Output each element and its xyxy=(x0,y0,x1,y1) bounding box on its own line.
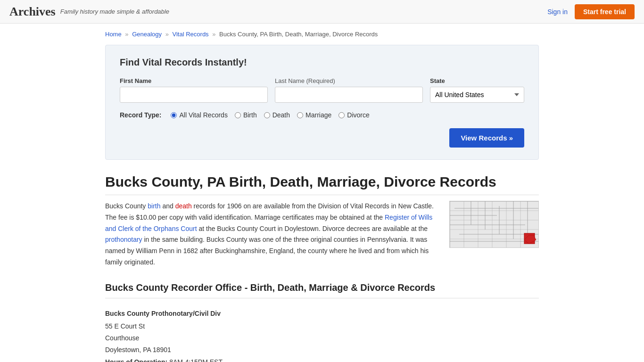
pa-map xyxy=(449,201,539,248)
office-hours: Hours of Operation: 8AM-4:15PM EST xyxy=(105,356,539,362)
breadcrumb-vital-records[interactable]: Vital Records xyxy=(173,31,209,38)
search-title: Find Vital Records Instantly! xyxy=(120,57,524,68)
radio-birth[interactable]: Birth xyxy=(235,111,257,119)
breadcrumb-genealogy[interactable]: Genealogy xyxy=(132,31,162,38)
sign-in-link[interactable]: Sign in xyxy=(547,8,568,16)
register-wills-link[interactable]: Register of Wills and Clerk of the Orpha… xyxy=(105,214,432,232)
record-type-label: Record Type: xyxy=(120,111,161,119)
death-link[interactable]: death xyxy=(175,202,192,210)
search-actions: View Records » xyxy=(120,128,524,148)
record-type-options: All Vital Records Birth Death Marriage D… xyxy=(171,111,369,119)
breadcrumb-sep-3: » xyxy=(212,31,215,38)
birth-link[interactable]: birth xyxy=(148,202,160,210)
header-left: Archives Family history made simple & af… xyxy=(9,5,169,19)
hours-label: Hours of Operation: xyxy=(105,358,167,362)
pa-map-svg xyxy=(450,201,539,248)
view-records-button[interactable]: View Records » xyxy=(449,128,524,148)
recorder-section-title: Bucks County Recorder Office - Birth, De… xyxy=(105,282,539,298)
radio-birth-label: Birth xyxy=(243,111,257,119)
office-name: Bucks County Prothonotary/Civil Div xyxy=(105,308,539,320)
radio-death[interactable]: Death xyxy=(264,111,290,119)
first-name-group: First Name xyxy=(120,77,268,103)
breadcrumb: Home » Genealogy » Vital Records » Bucks… xyxy=(105,31,539,38)
radio-all-vital[interactable]: All Vital Records xyxy=(171,111,227,119)
last-name-input[interactable] xyxy=(275,87,423,103)
radio-divorce-label: Divorce xyxy=(347,111,369,119)
office-city-state-zip: Doylestown, PA 18901 xyxy=(105,344,539,356)
main-content: Home » Genealogy » Vital Records » Bucks… xyxy=(96,24,548,362)
radio-divorce[interactable]: Divorce xyxy=(339,111,369,119)
search-box: Find Vital Records Instantly! First Name… xyxy=(105,45,539,160)
site-logo: Archives xyxy=(9,5,56,19)
last-name-label: Last Name (Required) xyxy=(275,77,423,84)
recorder-section: Bucks County Recorder Office - Birth, De… xyxy=(105,282,539,362)
radio-death-input[interactable] xyxy=(264,112,270,118)
search-fields: First Name Last Name (Required) State Al… xyxy=(120,77,524,103)
last-name-group: Last Name (Required) xyxy=(275,77,423,103)
record-type-row: Record Type: All Vital Records Birth Dea… xyxy=(120,111,524,119)
radio-marriage[interactable]: Marriage xyxy=(297,111,331,119)
radio-marriage-input[interactable] xyxy=(297,112,303,118)
office-info: Bucks County Prothonotary/Civil Div 55 E… xyxy=(105,308,539,362)
prothonotary-link[interactable]: prothonotary xyxy=(105,236,142,243)
description-text: Bucks County birth and death records for… xyxy=(105,201,440,268)
breadcrumb-sep-2: » xyxy=(165,31,169,38)
breadcrumb-sep-1: » xyxy=(125,31,128,38)
office-address1: 55 E Court St xyxy=(105,321,539,332)
breadcrumb-home[interactable]: Home xyxy=(105,31,122,38)
first-name-label: First Name xyxy=(120,77,268,84)
radio-all-vital-label: All Vital Records xyxy=(179,111,227,119)
radio-marriage-label: Marriage xyxy=(305,111,331,119)
radio-birth-input[interactable] xyxy=(235,112,241,118)
page-title: Bucks County, PA Birth, Death, Marriage,… xyxy=(105,174,539,195)
description-section: Bucks County birth and death records for… xyxy=(105,201,539,268)
radio-divorce-input[interactable] xyxy=(339,112,345,118)
first-name-input[interactable] xyxy=(120,87,268,103)
breadcrumb-current: Bucks County, PA Birth, Death, Marriage,… xyxy=(219,31,378,38)
site-tagline: Family history made simple & affordable xyxy=(60,8,169,15)
state-label: State xyxy=(430,77,524,84)
radio-death-label: Death xyxy=(272,111,290,119)
site-header: Archives Family history made simple & af… xyxy=(0,0,644,24)
header-right: Sign in Start free trial xyxy=(547,4,635,19)
state-select[interactable]: All United States Alabama Alaska Arizona… xyxy=(430,87,524,103)
hours-value-text: 8AM-4:15PM EST xyxy=(169,358,223,362)
state-group: State All United States Alabama Alaska A… xyxy=(430,77,524,103)
radio-all-vital-input[interactable] xyxy=(171,112,177,118)
start-trial-button[interactable]: Start free trial xyxy=(575,4,635,19)
office-address2: Courthouse xyxy=(105,332,539,344)
